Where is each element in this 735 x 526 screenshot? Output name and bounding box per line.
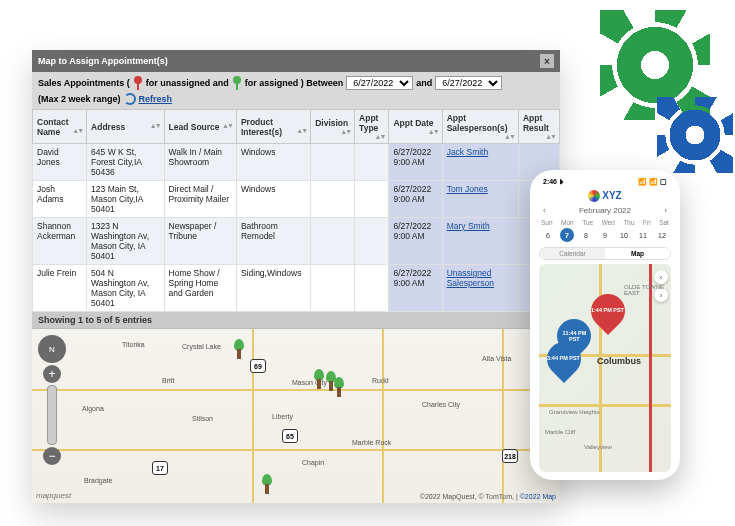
city-label: Columbus — [597, 356, 641, 366]
table-row[interactable]: Josh Adams 123 Main St, Mason City,IA 50… — [33, 181, 560, 218]
route-shield: 65 — [282, 429, 298, 443]
phone-days-row: 6 7 8 9 10 11 12 — [539, 228, 671, 242]
area-label: Marble Cliff — [545, 429, 575, 435]
phone-map[interactable]: ‹ › OLDE TOWNE EAST Grandview Heights Ma… — [539, 264, 671, 472]
date-from-select[interactable]: 6/27/2022 — [346, 76, 413, 90]
next-month-icon[interactable]: › — [664, 206, 667, 215]
salesperson-link[interactable]: Tom Jones — [447, 184, 488, 194]
map-pin-icon[interactable] — [332, 377, 346, 397]
phone-view-tabs: Calendar Map — [539, 247, 671, 260]
col-contact[interactable]: Contact Name▲▼ — [33, 110, 87, 144]
day-cell[interactable]: 12 — [655, 228, 669, 242]
refresh-icon — [124, 93, 136, 105]
table-row[interactable]: David Jones 645 W K St, Forest City,IA 5… — [33, 144, 560, 181]
phone-month-nav: ‹ February 2022 › — [539, 206, 671, 215]
phone-status-bar: 2:46 ⏵ 📶 📶 ▢ — [539, 178, 671, 186]
date-to-select[interactable]: 6/27/2022 — [435, 76, 502, 90]
filter-bar: Sales Appointments ( for unassigned and … — [32, 72, 560, 109]
map-city-label: Titonka — [122, 341, 145, 348]
map-city-label: Rudd — [372, 377, 389, 384]
window-title: Map to Assign Appointment(s) — [38, 56, 168, 66]
map-pin-icon[interactable] — [232, 339, 246, 359]
refresh-link[interactable]: Refresh — [139, 94, 173, 104]
phone-time: 2:46 ⏵ — [543, 178, 566, 186]
day-cell[interactable]: 10 — [617, 228, 631, 242]
tab-calendar[interactable]: Calendar — [540, 248, 605, 259]
col-product[interactable]: Product Interest(s)▲▼ — [236, 110, 310, 144]
route-shield: 69 — [250, 359, 266, 373]
assign-appointments-window: Map to Assign Appointment(s) × Sales App… — [32, 50, 560, 503]
pin-assigned-icon — [232, 76, 242, 90]
col-address[interactable]: Address▲▼ — [87, 110, 164, 144]
table-row[interactable]: Julie Frein 504 N Washington Av, Mason C… — [33, 265, 560, 312]
pin-unassigned-icon — [133, 76, 143, 90]
table-row[interactable]: Shannon Ackerman 1323 N Washington Av, M… — [33, 218, 560, 265]
day-cell-selected[interactable]: 7 — [560, 228, 574, 242]
zoom-out-button[interactable]: − — [43, 447, 61, 465]
compass-icon[interactable]: N — [38, 335, 66, 363]
zoom-slider[interactable] — [47, 385, 57, 445]
map-city-label: Algona — [82, 405, 104, 412]
mobile-preview: 2:46 ⏵ 📶 📶 ▢ XYZ ‹ February 2022 › Sun M… — [530, 170, 680, 480]
tab-map[interactable]: Map — [605, 248, 670, 259]
map-city-label: Britt — [162, 377, 174, 384]
phone-status-icons: 📶 📶 ▢ — [638, 178, 667, 186]
day-cell[interactable]: 6 — [541, 228, 555, 242]
salesperson-link[interactable]: Mary Smith — [447, 221, 490, 231]
map-city-label: Marble Rock — [352, 439, 391, 446]
map-city-label: Liberty — [272, 413, 293, 420]
route-shield: 17 — [152, 461, 168, 475]
phone-brand: XYZ — [539, 190, 671, 202]
salesperson-link[interactable]: Unassigned Salesperson — [447, 268, 494, 288]
area-label: OLDE TOWNE EAST — [624, 284, 671, 296]
area-label: Grandview Heights — [549, 409, 600, 415]
gear-icon — [665, 105, 725, 165]
range-note: (Max 2 week range) — [38, 94, 121, 104]
col-sales[interactable]: Appt Salesperson(s)▲▼ — [442, 110, 518, 144]
route-shield: 218 — [502, 449, 518, 463]
table-footer-count: Showing 1 to 5 of 5 entries — [32, 312, 560, 328]
map-city-label: Bradgate — [84, 477, 112, 484]
area-label: Valleyview — [584, 444, 612, 450]
zoom-in-button[interactable]: + — [43, 365, 61, 383]
filter-label: for unassigned and — [146, 78, 229, 88]
map-area[interactable]: Titonka Crystal Lake Britt Mason City Ru… — [32, 328, 560, 503]
map-city-label: Alta Vista — [482, 355, 511, 362]
filter-label: Sales Appointments ( — [38, 78, 130, 88]
appointments-table: Contact Name▲▼ Address▲▼ Lead Source▲▼ P… — [32, 109, 560, 312]
filter-label: and — [416, 78, 432, 88]
window-titlebar: Map to Assign Appointment(s) × — [32, 50, 560, 72]
close-icon[interactable]: × — [540, 54, 554, 68]
col-lead[interactable]: Lead Source▲▼ — [164, 110, 236, 144]
filter-label: for assigned ) Between — [245, 78, 344, 88]
map-brand: mapquest — [36, 491, 71, 500]
map-city-label: Chapin — [302, 459, 324, 466]
phone-weekday-row: Sun Mon Tue Wed Thu Fri Sat — [539, 219, 671, 226]
col-division[interactable]: Division▲▼ — [311, 110, 355, 144]
col-type[interactable]: Appt Type▲▼ — [355, 110, 389, 144]
map-city-label: Charles City — [422, 401, 460, 408]
map-pin-icon[interactable] — [260, 474, 274, 494]
map-copyright: ©2022 MapQuest, © TomTom, | ©2022 Map — [420, 493, 556, 500]
day-cell[interactable]: 8 — [579, 228, 593, 242]
month-label: February 2022 — [579, 206, 631, 215]
col-result[interactable]: Appt Result▲▼ — [518, 110, 559, 144]
salesperson-link[interactable]: Jack Smith — [447, 147, 489, 157]
brand-swirl-icon — [588, 190, 600, 202]
col-date[interactable]: Appt Date▲▼ — [389, 110, 442, 144]
map-prev-icon[interactable]: ‹ — [654, 270, 668, 284]
map-city-label: Crystal Lake — [182, 343, 221, 350]
prev-month-icon[interactable]: ‹ — [543, 206, 546, 215]
map-controls: N + − — [38, 335, 66, 465]
day-cell[interactable]: 11 — [636, 228, 650, 242]
day-cell[interactable]: 9 — [598, 228, 612, 242]
map-city-label: Stilson — [192, 415, 213, 422]
